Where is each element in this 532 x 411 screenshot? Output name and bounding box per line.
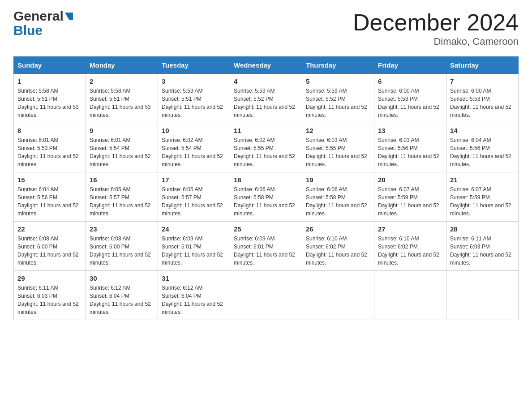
day-info: Sunrise: 6:08 AMSunset: 6:00 PMDaylight:… [90,235,154,267]
day-cell: 23Sunrise: 6:08 AMSunset: 6:00 PMDayligh… [86,222,158,271]
calendar-table: SundayMondayTuesdayWednesdayThursdayFrid… [13,56,519,320]
day-cell: 31Sunrise: 6:12 AMSunset: 6:04 PMDayligh… [158,271,230,320]
header-cell-sunday: Sunday [14,57,86,74]
day-number: 30 [90,274,154,282]
day-info: Sunrise: 6:08 AMSunset: 6:00 PMDaylight:… [17,235,82,267]
day-number: 29 [17,274,82,282]
day-number: 1 [17,77,82,85]
day-number: 26 [306,225,370,233]
day-info: Sunrise: 6:11 AMSunset: 6:03 PMDaylight:… [450,235,515,267]
day-cell: 26Sunrise: 6:10 AMSunset: 6:02 PMDayligh… [302,222,374,271]
day-cell [302,271,374,320]
day-cell [374,271,446,320]
day-cell: 19Sunrise: 6:06 AMSunset: 5:58 PMDayligh… [302,172,374,222]
header-cell-friday: Friday [374,57,446,74]
day-info: Sunrise: 6:01 AMSunset: 5:54 PMDaylight:… [90,136,154,168]
day-cell: 4Sunrise: 5:59 AMSunset: 5:52 PMDaylight… [230,74,302,123]
day-cell: 21Sunrise: 6:07 AMSunset: 5:59 PMDayligh… [446,172,519,222]
day-info: Sunrise: 6:00 AMSunset: 5:53 PMDaylight:… [378,87,442,119]
day-cell: 8Sunrise: 6:01 AMSunset: 5:53 PMDaylight… [14,123,86,172]
day-info: Sunrise: 5:58 AMSunset: 5:51 PMDaylight:… [90,87,154,119]
day-number: 21 [450,176,515,184]
day-cell: 13Sunrise: 6:03 AMSunset: 5:56 PMDayligh… [374,123,446,172]
day-cell: 27Sunrise: 6:10 AMSunset: 6:02 PMDayligh… [374,222,446,271]
day-cell: 5Sunrise: 5:59 AMSunset: 5:52 PMDaylight… [302,74,374,123]
day-number: 24 [162,225,226,233]
day-info: Sunrise: 6:03 AMSunset: 5:55 PMDaylight:… [306,136,370,168]
day-cell: 20Sunrise: 6:07 AMSunset: 5:59 PMDayligh… [374,172,446,222]
day-number: 27 [378,225,442,233]
day-cell [230,271,302,320]
day-cell: 14Sunrise: 6:04 AMSunset: 5:56 PMDayligh… [446,123,519,172]
day-cell: 17Sunrise: 6:05 AMSunset: 5:57 PMDayligh… [158,172,230,222]
header-row: SundayMondayTuesdayWednesdayThursdayFrid… [14,57,519,74]
logo: General Blue [13,9,73,37]
day-number: 18 [234,176,298,184]
header-cell-tuesday: Tuesday [158,57,230,74]
day-cell: 3Sunrise: 5:59 AMSunset: 5:51 PMDaylight… [158,74,230,123]
day-info: Sunrise: 6:00 AMSunset: 5:53 PMDaylight:… [450,87,515,119]
day-info: Sunrise: 6:12 AMSunset: 6:04 PMDaylight:… [90,284,154,316]
logo-line1: General [13,9,73,23]
day-cell: 15Sunrise: 6:04 AMSunset: 5:56 PMDayligh… [14,172,86,222]
day-info: Sunrise: 5:59 AMSunset: 5:52 PMDaylight:… [234,87,298,119]
day-number: 19 [306,176,370,184]
day-info: Sunrise: 6:02 AMSunset: 5:54 PMDaylight:… [162,136,226,168]
header-cell-monday: Monday [86,57,158,74]
day-info: Sunrise: 6:04 AMSunset: 5:56 PMDaylight:… [450,136,515,168]
week-row-1: 1Sunrise: 5:58 AMSunset: 5:51 PMDaylight… [14,74,519,123]
day-cell: 10Sunrise: 6:02 AMSunset: 5:54 PMDayligh… [158,123,230,172]
day-cell: 9Sunrise: 6:01 AMSunset: 5:54 PMDaylight… [86,123,158,172]
week-row-3: 15Sunrise: 6:04 AMSunset: 5:56 PMDayligh… [14,172,519,222]
day-info: Sunrise: 6:11 AMSunset: 6:03 PMDaylight:… [17,284,82,316]
day-number: 3 [162,77,226,85]
day-cell: 25Sunrise: 6:09 AMSunset: 6:01 PMDayligh… [230,222,302,271]
day-number: 9 [90,127,154,134]
day-number: 7 [450,77,515,85]
day-info: Sunrise: 5:59 AMSunset: 5:52 PMDaylight:… [306,87,370,119]
day-cell: 28Sunrise: 6:11 AMSunset: 6:03 PMDayligh… [446,222,519,271]
day-info: Sunrise: 6:06 AMSunset: 5:58 PMDaylight:… [234,185,298,218]
day-number: 20 [378,176,442,184]
page-title: December 2024 [353,9,519,36]
day-info: Sunrise: 6:05 AMSunset: 5:57 PMDaylight:… [162,185,226,218]
day-cell: 22Sunrise: 6:08 AMSunset: 6:00 PMDayligh… [14,222,86,271]
header-cell-saturday: Saturday [446,57,519,74]
title-block: December 2024 Dimako, Cameroon [353,9,519,47]
day-info: Sunrise: 6:03 AMSunset: 5:56 PMDaylight:… [378,136,442,168]
day-info: Sunrise: 5:59 AMSunset: 5:51 PMDaylight:… [162,87,226,119]
week-row-2: 8Sunrise: 6:01 AMSunset: 5:53 PMDaylight… [14,123,519,172]
day-number: 31 [162,274,226,282]
day-number: 16 [90,176,154,184]
day-number: 11 [234,127,298,134]
day-info: Sunrise: 6:12 AMSunset: 6:04 PMDaylight:… [162,284,226,316]
day-cell: 18Sunrise: 6:06 AMSunset: 5:58 PMDayligh… [230,172,302,222]
day-info: Sunrise: 6:07 AMSunset: 5:59 PMDaylight:… [450,185,515,218]
day-number: 12 [306,127,370,134]
week-row-5: 29Sunrise: 6:11 AMSunset: 6:03 PMDayligh… [14,271,519,320]
day-cell: 11Sunrise: 6:02 AMSunset: 5:55 PMDayligh… [230,123,302,172]
week-row-4: 22Sunrise: 6:08 AMSunset: 6:00 PMDayligh… [14,222,519,271]
day-number: 23 [90,225,154,233]
logo-general-text: General [13,9,64,23]
day-cell: 30Sunrise: 6:12 AMSunset: 6:04 PMDayligh… [86,271,158,320]
day-number: 4 [234,77,298,85]
day-number: 14 [450,127,515,134]
day-number: 17 [162,176,226,184]
logo-text-block: General Blue [13,9,73,37]
day-number: 10 [162,127,226,134]
logo-line2: Blue [13,23,73,38]
day-cell: 2Sunrise: 5:58 AMSunset: 5:51 PMDaylight… [86,74,158,123]
day-cell: 29Sunrise: 6:11 AMSunset: 6:03 PMDayligh… [14,271,86,320]
day-number: 5 [306,77,370,85]
day-cell: 7Sunrise: 6:00 AMSunset: 5:53 PMDaylight… [446,74,519,123]
page-header: General Blue December 2024 Dimako, Camer… [13,9,519,47]
page-subtitle: Dimako, Cameroon [353,36,519,47]
day-cell: 6Sunrise: 6:00 AMSunset: 5:53 PMDaylight… [374,74,446,123]
header-cell-thursday: Thursday [302,57,374,74]
day-info: Sunrise: 6:04 AMSunset: 5:56 PMDaylight:… [17,185,82,218]
day-info: Sunrise: 6:10 AMSunset: 6:02 PMDaylight:… [378,235,442,267]
day-info: Sunrise: 6:05 AMSunset: 5:57 PMDaylight:… [90,185,154,218]
day-info: Sunrise: 6:02 AMSunset: 5:55 PMDaylight:… [234,136,298,168]
day-info: Sunrise: 6:07 AMSunset: 5:59 PMDaylight:… [378,185,442,218]
